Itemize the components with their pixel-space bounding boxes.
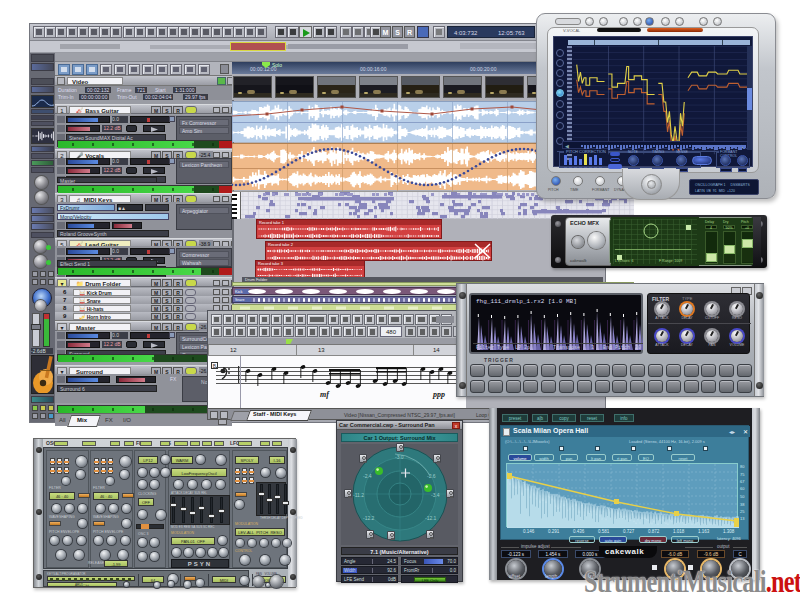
svg-text:-2.4: -2.4: [363, 473, 372, 479]
svg-text:ppp: ppp: [432, 390, 445, 399]
svg-text:-3.4: -3.4: [431, 492, 440, 498]
svg-text:-12.1: -12.1: [425, 515, 437, 521]
svg-text:-12.2: -12.2: [363, 515, 375, 521]
svg-text:mf: mf: [320, 390, 330, 399]
svg-text:-11.2: -11.2: [353, 492, 364, 498]
